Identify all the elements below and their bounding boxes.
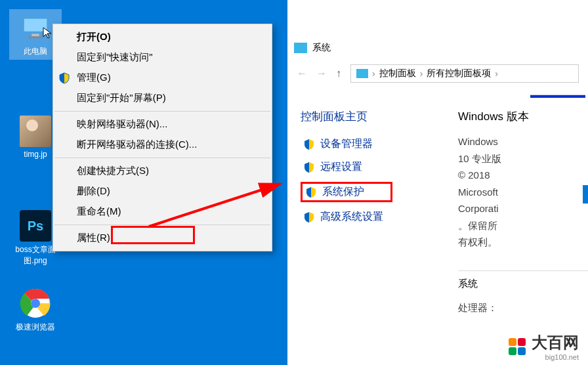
watermark-logo: 大百网 big100.net <box>508 332 579 361</box>
info-line: Windows <box>458 133 588 150</box>
menu-item-pin-quick-access[interactable]: 固定到"快速访问" <box>53 47 272 68</box>
logo-icon <box>508 337 526 356</box>
task-label: 远程设置 <box>320 160 362 174</box>
menu-label: 重命名(M) <box>77 205 121 218</box>
control-panel-tasks: 控制面板主页 设备管理器 远程设置 系统保护 高级系统设置 <box>301 109 452 335</box>
photoshop-icon: Ps <box>20 210 51 242</box>
system-window: 系统 ← → ↑ › 控制面板 › 所有控制面板项 › ▬▬▬▬▬▬ 控制面板主… <box>287 38 588 365</box>
task-label: 设备管理器 <box>320 137 373 151</box>
svg-rect-3 <box>28 36 43 38</box>
task-device-manager[interactable]: 设备管理器 <box>301 136 452 152</box>
info-line: 10 专业版 <box>458 150 588 167</box>
desktop-icon-browser[interactable]: 极速浏览器 <box>9 288 62 333</box>
menu-item-delete[interactable]: 删除(D) <box>53 181 272 202</box>
menu-item-open[interactable]: 打开(O) <box>53 27 272 47</box>
windows-edition-heading: Windows 版本 <box>458 109 588 124</box>
menu-item-manage[interactable]: 管理(G) <box>53 68 272 88</box>
shield-icon <box>303 211 315 223</box>
chevron-right-icon: › <box>372 68 375 79</box>
task-remote-settings[interactable]: 远程设置 <box>301 159 452 175</box>
task-label: 系统保护 <box>322 185 364 199</box>
menu-label: 映射网络驱动器(N)... <box>77 118 167 131</box>
task-system-protection[interactable]: 系统保护 <box>301 182 392 202</box>
divider <box>458 270 588 271</box>
menu-label: 删除(D) <box>77 185 110 198</box>
brand-name: 大百网 <box>532 333 579 351</box>
menu-label: 管理(G) <box>77 72 111 84</box>
system-icon <box>356 69 368 78</box>
nav-up-icon[interactable]: ↑ <box>336 68 341 79</box>
info-line: Corporati <box>458 200 588 217</box>
chevron-right-icon: › <box>420 68 423 79</box>
brand-url: big100.net <box>532 353 579 361</box>
desktop-icon-label: 极速浏览器 <box>9 322 62 333</box>
panel-home-link[interactable]: 控制面板主页 <box>301 109 452 124</box>
menu-item-properties[interactable]: 属性(R) <box>53 228 272 248</box>
shield-icon <box>305 186 317 198</box>
partial-truncated-link: ▬▬▬▬▬▬ <box>287 89 588 102</box>
edition-info: Windows 10 专业版 © 2018 Microsoft Corporat… <box>458 133 588 251</box>
menu-separator <box>54 225 270 225</box>
menu-label: 打开(O) <box>77 31 111 43</box>
mouse-cursor-icon <box>42 26 55 39</box>
nav-forward-icon[interactable]: → <box>316 68 327 79</box>
menu-label: 固定到"快速访问" <box>77 51 153 64</box>
menu-item-pin-start[interactable]: 固定到"开始"屏幕(P) <box>53 88 272 108</box>
shield-icon <box>303 139 315 150</box>
info-line: 。保留所 <box>458 217 588 234</box>
window-title: 系统 <box>312 42 331 54</box>
breadcrumb-item[interactable]: 所有控制面板项 <box>427 68 491 79</box>
shield-icon <box>58 72 70 84</box>
menu-item-rename[interactable]: 重命名(M) <box>53 202 272 222</box>
processor-label: 处理器： <box>458 299 588 316</box>
task-advanced-settings[interactable]: 高级系统设置 <box>301 209 452 225</box>
system-section-heading: 系统 <box>458 278 588 290</box>
nav-back-icon[interactable]: ← <box>297 68 307 79</box>
context-menu: 打开(O) 固定到"快速访问" 管理(G) 固定到"开始"屏幕(P) 映射网络驱… <box>52 24 272 251</box>
navigation-bar: ← → ↑ › 控制面板 › 所有控制面板项 › <box>287 58 588 89</box>
menu-label: 创建快捷方式(S) <box>77 165 149 177</box>
accent-bar <box>583 185 588 204</box>
menu-label: 属性(R) <box>77 232 110 244</box>
info-line: Microsoft <box>458 184 588 201</box>
info-line: © 2018 <box>458 167 588 184</box>
shield-icon <box>303 161 315 173</box>
chevron-right-icon: › <box>495 68 498 79</box>
menu-item-disconnect-drive[interactable]: 断开网络驱动器的连接(C)... <box>53 135 272 155</box>
menu-separator <box>54 158 270 158</box>
task-label: 高级系统设置 <box>320 210 383 224</box>
menu-item-create-shortcut[interactable]: 创建快捷方式(S) <box>53 161 272 181</box>
window-titlebar: 系统 <box>287 38 588 58</box>
system-info-panel: Windows 版本 Windows 10 专业版 © 2018 Microso… <box>452 109 588 335</box>
chrome-icon <box>20 288 51 319</box>
photo-thumbnail-icon <box>20 116 51 147</box>
svg-rect-2 <box>32 34 39 37</box>
breadcrumb-item[interactable]: 控制面板 <box>379 68 416 79</box>
menu-separator <box>54 111 270 112</box>
menu-item-map-drive[interactable]: 映射网络驱动器(N)... <box>53 114 272 135</box>
menu-label: 固定到"开始"屏幕(P) <box>77 92 166 104</box>
menu-label: 断开网络驱动器的连接(C)... <box>77 139 197 151</box>
system-icon <box>294 43 307 53</box>
info-line: 有权利。 <box>458 234 588 251</box>
breadcrumb[interactable]: › 控制面板 › 所有控制面板项 › <box>350 64 579 83</box>
